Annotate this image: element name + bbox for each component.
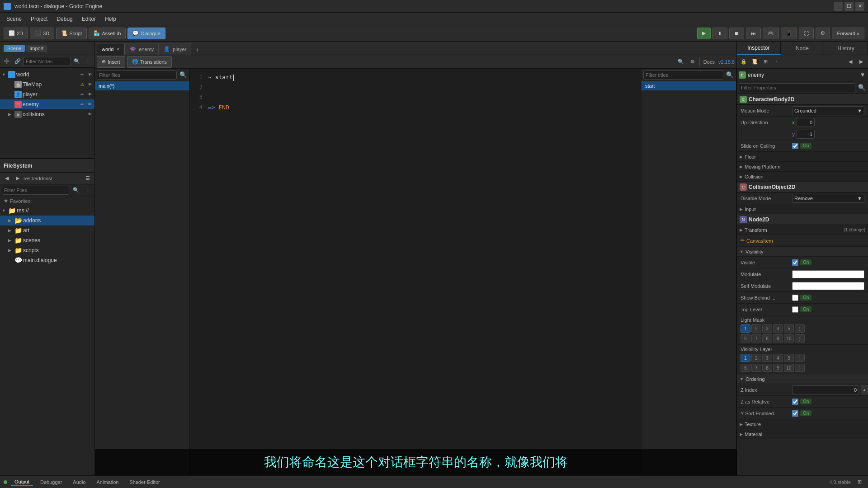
editor-tab-player[interactable]: 👤 player — [159, 43, 191, 55]
titles-filter-search[interactable]: 🔍 — [725, 70, 734, 80]
editor-tab-world[interactable]: world ✕ — [97, 43, 125, 55]
play-button[interactable]: ▶ — [697, 28, 711, 39]
script-button[interactable]: 📜 Script — [56, 28, 87, 39]
node-dropdown-button[interactable]: ▼ — [859, 71, 866, 79]
bottom-maximize-button[interactable]: ⊞ — [854, 477, 864, 487]
dialogue-button[interactable]: 💬 Dialogue — [127, 28, 165, 39]
fs-item-main-dialogue[interactable]: 💬 main.dialogue — [0, 255, 94, 265]
search-node-button[interactable]: 🔍 — [72, 56, 82, 66]
collision-subsection[interactable]: ▶ Collision — [737, 172, 868, 182]
lm-btn-10[interactable]: 10 — [784, 334, 794, 343]
more-dialogue-options[interactable]: ⚙ — [688, 57, 698, 67]
tree-item-tilemap[interactable]: ▦ TileMap ⚠ 👁 — [0, 80, 94, 89]
lm-btn-5[interactable]: 5 — [784, 324, 794, 333]
vl-btn-6[interactable]: 6 — [741, 364, 750, 372]
scene-tab[interactable]: Scene — [4, 45, 25, 52]
character-body-section[interactable]: C CharacterBody2D — [737, 94, 868, 105]
add-node-button[interactable]: ➕ — [2, 56, 12, 66]
y-sort-enabled-checkbox[interactable] — [792, 410, 798, 417]
fs-back-button[interactable]: ◀ — [2, 174, 12, 183]
import-tab[interactable]: Import — [26, 45, 47, 52]
inspector-more-button[interactable]: ⋮ — [771, 57, 781, 67]
modulate-swatch[interactable] — [792, 270, 864, 278]
fs-filter-options[interactable]: ⋮ — [83, 185, 93, 195]
top-level-checkbox[interactable] — [792, 306, 798, 313]
slide-on-ceiling-checkbox[interactable] — [792, 143, 798, 149]
world-tab-close[interactable]: ✕ — [116, 47, 120, 52]
inspector-tab-history[interactable]: History — [824, 42, 868, 55]
filter-properties-search[interactable]: 🔍 — [857, 83, 866, 92]
add-tab-button[interactable]: + — [192, 45, 202, 55]
fs-item-scripts[interactable]: ▶ 📁 scripts — [0, 245, 94, 255]
audio-tab[interactable]: Audio — [69, 479, 89, 486]
vl-btn-more2[interactable]: ⋮ — [795, 364, 805, 372]
visible-checkbox[interactable] — [792, 259, 798, 266]
fs-item-scenes[interactable]: ▶ 📁 scenes — [0, 235, 94, 245]
vl-btn-2[interactable]: 2 — [751, 354, 761, 362]
inspector-tab-inspector[interactable]: Inspector — [737, 42, 781, 55]
collision-object-section[interactable]: C CollisionObject2D — [737, 182, 868, 192]
maximize-button[interactable]: ☐ — [844, 2, 854, 11]
dialogue-editor[interactable]: 1 ~ start 2 3 4 => END — [190, 69, 642, 475]
fs-item-art[interactable]: ▶ 📁 art — [0, 225, 94, 235]
lm-btn-more[interactable]: ⋮ — [795, 324, 805, 333]
menu-editor[interactable]: Editor — [77, 14, 100, 24]
title-item-start[interactable]: start — [642, 81, 736, 90]
material-section[interactable]: ▶ Material — [737, 429, 868, 439]
self-modulate-swatch[interactable] — [792, 282, 864, 290]
menu-scene[interactable]: Scene — [2, 14, 26, 24]
debugger-tab[interactable]: Debugger — [37, 479, 66, 486]
inspector-expand-button[interactable]: ⊞ — [760, 57, 770, 67]
filter-nodes-input[interactable] — [26, 59, 69, 64]
fs-split-button[interactable]: ☰ — [83, 174, 93, 183]
remote-button[interactable]: 🎮 — [763, 28, 779, 39]
file-item-main[interactable]: main(*) — [95, 81, 189, 90]
forward-button[interactable]: Forward » — [832, 28, 864, 39]
input-section[interactable]: ▶ Input — [737, 204, 868, 214]
up-direction-y-input[interactable] — [797, 130, 815, 139]
output-tab[interactable]: Output — [11, 478, 33, 486]
vl-btn-1[interactable]: 1 — [741, 354, 750, 362]
inspector-tab-node[interactable]: Node — [781, 42, 825, 55]
mode-2d-button[interactable]: ⬜ 2D — [4, 28, 28, 39]
menu-project[interactable]: Project — [26, 14, 52, 24]
transform-section[interactable]: ▶ Transform (1 change) — [737, 225, 868, 235]
link-node-button[interactable]: 🔗 — [13, 56, 23, 66]
inspector-lock-button[interactable]: 🔒 — [739, 57, 749, 67]
shader-editor-tab[interactable]: Shader Editor — [126, 479, 163, 486]
inspector-nav-back[interactable]: ◀ — [845, 57, 855, 67]
fs-forward-button[interactable]: ▶ — [13, 174, 23, 183]
file-filter-search[interactable]: 🔍 — [179, 70, 188, 80]
lm-btn-2[interactable]: 2 — [751, 324, 761, 333]
file-filter-input[interactable] — [97, 70, 177, 80]
motion-mode-dropdown[interactable]: Grounded ▼ — [792, 106, 864, 115]
node2d-section[interactable]: N Node2D — [737, 214, 868, 225]
fs-item-res[interactable]: ▼ 📁 res:// — [0, 206, 94, 216]
vl-btn-more[interactable]: ⋮ — [795, 354, 805, 362]
vl-btn-10[interactable]: 10 — [784, 364, 794, 372]
fs-item-addons[interactable]: ▶ 📂 addons — [0, 216, 94, 225]
insert-button[interactable]: ⊕ Insert — [97, 56, 125, 68]
animation-tab[interactable]: Animation — [93, 479, 123, 486]
tree-item-collisions[interactable]: ▶ ◈ collisions 👁 — [0, 109, 94, 119]
mode-3d-button[interactable]: ⬛ 3D — [30, 28, 54, 39]
translations-button[interactable]: 🌐 Translations — [127, 56, 172, 68]
search-dialogue-button[interactable]: 🔍 — [676, 57, 686, 67]
editor-tab-enemy[interactable]: 👾 enemy — [125, 43, 159, 55]
floor-subsection[interactable]: ▶ Floor — [737, 152, 868, 162]
inspector-script-button[interactable]: 📜 — [750, 57, 760, 67]
z-index-up[interactable]: ▲ — [861, 385, 868, 394]
visibility-section[interactable]: ▼ Visibility — [737, 247, 868, 257]
moving-platform-subsection[interactable]: ▶ Moving Platform — [737, 162, 868, 172]
asset-lib-button[interactable]: 🏪 AssetLib — [89, 28, 126, 39]
lm-btn-4[interactable]: 4 — [773, 324, 783, 333]
fullscreen-button[interactable]: ⛶ — [799, 28, 814, 39]
lm-btn-6[interactable]: 6 — [741, 334, 750, 343]
minimize-button[interactable]: — — [834, 2, 843, 11]
pause-button[interactable]: ⏸ — [712, 28, 727, 39]
lm-btn-3[interactable]: 3 — [762, 324, 772, 333]
lm-btn-9[interactable]: 9 — [773, 334, 783, 343]
ordering-section[interactable]: ▼ Ordering — [737, 374, 868, 384]
deploy-button[interactable]: 📱 — [781, 28, 797, 39]
z-index-input[interactable] — [792, 385, 859, 394]
